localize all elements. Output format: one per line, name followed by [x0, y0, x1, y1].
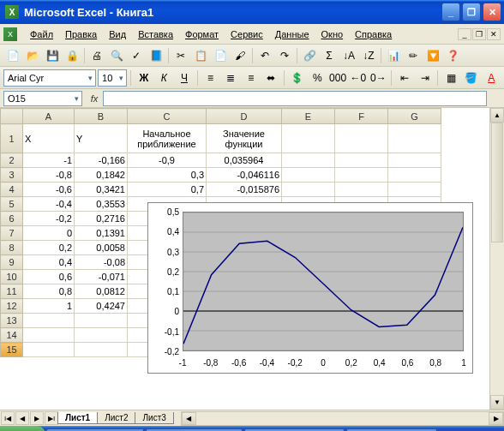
scroll-up-icon[interactable]: ▲	[490, 108, 504, 123]
cell-D1[interactable]: Значение функции	[207, 124, 282, 153]
scroll-down-icon[interactable]: ▼	[490, 395, 504, 410]
cell-B4[interactable]: 0,3421	[75, 183, 128, 197]
embedded-chart[interactable]: -0,2-0,100,10,20,30,40,5-1-0,8-0,6-0,4-0…	[147, 202, 473, 374]
menu-help[interactable]: Справка	[349, 27, 398, 42]
cell-B2[interactable]: -0,166	[75, 153, 128, 168]
cell-F2[interactable]	[335, 153, 388, 168]
col-header-D[interactable]: D	[207, 109, 282, 124]
menu-insert[interactable]: Вставка	[132, 27, 179, 42]
start-button[interactable]: пуск	[0, 426, 45, 431]
tab-nav-prev[interactable]: ◀	[15, 411, 29, 425]
row-header-5[interactable]: 5	[1, 197, 23, 212]
cell-A13[interactable]	[23, 314, 75, 328]
cell-B7[interactable]: 0,1391	[75, 226, 128, 241]
cell-A6[interactable]: -0,2	[23, 212, 75, 226]
decrease-decimal-icon[interactable]: 0→	[369, 69, 388, 87]
row-header-4[interactable]: 4	[1, 183, 23, 197]
bold-button[interactable]: Ж	[135, 69, 153, 87]
paste-icon[interactable]: 📄	[211, 46, 230, 65]
cell-F4[interactable]	[335, 183, 388, 197]
cell-E2[interactable]	[282, 153, 335, 168]
copy-icon[interactable]: 📋	[191, 46, 210, 65]
workbook-icon[interactable]: X	[3, 27, 17, 41]
row-header-13[interactable]: 13	[1, 314, 23, 328]
menu-edit[interactable]: Правка	[59, 27, 103, 42]
sort-desc-icon[interactable]: ↓Z	[359, 46, 378, 65]
col-header-F[interactable]: F	[335, 109, 388, 124]
minimize-button[interactable]: _	[441, 3, 460, 21]
cell-B3[interactable]: 0,1842	[75, 168, 128, 183]
cell-F1[interactable]	[335, 124, 388, 153]
select-all-corner[interactable]	[1, 109, 23, 124]
row-header-11[interactable]: 11	[1, 284, 23, 299]
currency-icon[interactable]: 💲	[288, 69, 307, 87]
row-header-8[interactable]: 8	[1, 241, 23, 255]
cell-D4[interactable]: -0,015876	[207, 183, 282, 197]
hyperlink-icon[interactable]: 🔗	[300, 46, 319, 65]
help-icon[interactable]: ❓	[443, 46, 462, 65]
sheet-tab-1[interactable]: Лист1	[57, 412, 98, 424]
cell-C4[interactable]: 0,7	[128, 183, 207, 197]
cell-C2[interactable]: -0,9	[128, 153, 207, 168]
cell-G3[interactable]	[388, 168, 441, 183]
cell-E3[interactable]	[282, 168, 335, 183]
tab-nav-last[interactable]: ▶I	[45, 411, 58, 425]
cell-B14[interactable]	[75, 328, 128, 343]
cell-B10[interactable]: -0,071	[75, 270, 128, 284]
format-painter-icon[interactable]: 🖌	[231, 46, 249, 65]
cell-A4[interactable]: -0,6	[23, 183, 75, 197]
sheet-tab-3[interactable]: Лист3	[135, 412, 173, 424]
drawing-icon[interactable]: ✏	[404, 46, 423, 65]
italic-button[interactable]: К	[155, 69, 174, 87]
align-right-icon[interactable]: ≡	[242, 69, 261, 87]
open-icon[interactable]: 📂	[23, 46, 42, 65]
sort-asc-icon[interactable]: ↓A	[339, 46, 358, 65]
print-icon[interactable]: 🖨	[87, 46, 106, 65]
cell-B6[interactable]: 0,2716	[75, 212, 128, 226]
row-header-2[interactable]: 2	[1, 153, 23, 168]
col-header-A[interactable]: A	[23, 109, 75, 124]
research-icon[interactable]: 📘	[147, 46, 165, 65]
align-left-icon[interactable]: ≡	[201, 69, 220, 87]
cell-A3[interactable]: -0,8	[23, 168, 75, 183]
horizontal-scrollbar[interactable]: ◀ ▶	[181, 411, 504, 426]
cell-G1[interactable]	[388, 124, 441, 153]
borders-icon[interactable]: ▦	[441, 69, 460, 87]
vertical-scrollbar[interactable]: ▲ ▼	[489, 108, 504, 410]
preview-icon[interactable]: 🔍	[107, 46, 126, 65]
close-button[interactable]: ✕	[483, 3, 501, 21]
row-header-6[interactable]: 6	[1, 212, 23, 226]
undo-icon[interactable]: ↶	[255, 46, 274, 65]
font-name-combo[interactable]: Arial Cyr	[3, 69, 96, 87]
tab-nav-first[interactable]: I◀	[1, 411, 15, 425]
scroll-right-icon[interactable]: ▶	[489, 412, 503, 425]
menu-window[interactable]: Окно	[315, 27, 350, 42]
row-header-1[interactable]: 1	[1, 124, 23, 153]
cell-G4[interactable]	[388, 183, 441, 197]
mdi-close-button[interactable]: ✕	[487, 28, 501, 40]
cell-E4[interactable]	[282, 183, 335, 197]
chart-icon[interactable]: 📊	[384, 46, 403, 65]
merge-center-icon[interactable]: ⬌	[261, 69, 280, 87]
col-header-B[interactable]: B	[75, 109, 128, 124]
decrease-indent-icon[interactable]: ⇤	[395, 69, 414, 87]
sheet-tab-2[interactable]: Лист2	[97, 412, 135, 424]
cell-B13[interactable]	[75, 314, 128, 328]
scroll-left-icon[interactable]: ◀	[182, 412, 196, 425]
fx-button[interactable]: fx	[86, 93, 103, 104]
cell-B1[interactable]: Y	[75, 124, 128, 153]
cell-B12[interactable]: 0,4247	[75, 299, 128, 314]
col-header-E[interactable]: E	[282, 109, 335, 124]
scrollbar-thumb[interactable]	[491, 123, 503, 242]
cell-A12[interactable]: 1	[23, 299, 75, 314]
cell-A2[interactable]: -1	[23, 153, 75, 168]
cell-C1[interactable]: Начальное приближение	[128, 124, 207, 153]
cell-B11[interactable]: 0,0812	[75, 284, 128, 299]
cell-F3[interactable]	[335, 168, 388, 183]
cell-C3[interactable]: 0,3	[128, 168, 207, 183]
row-header-12[interactable]: 12	[1, 299, 23, 314]
mdi-restore-button[interactable]: ❐	[472, 28, 486, 40]
row-header-3[interactable]: 3	[1, 168, 23, 183]
font-color-icon[interactable]: A	[482, 69, 501, 87]
redo-icon[interactable]: ↷	[275, 46, 294, 65]
